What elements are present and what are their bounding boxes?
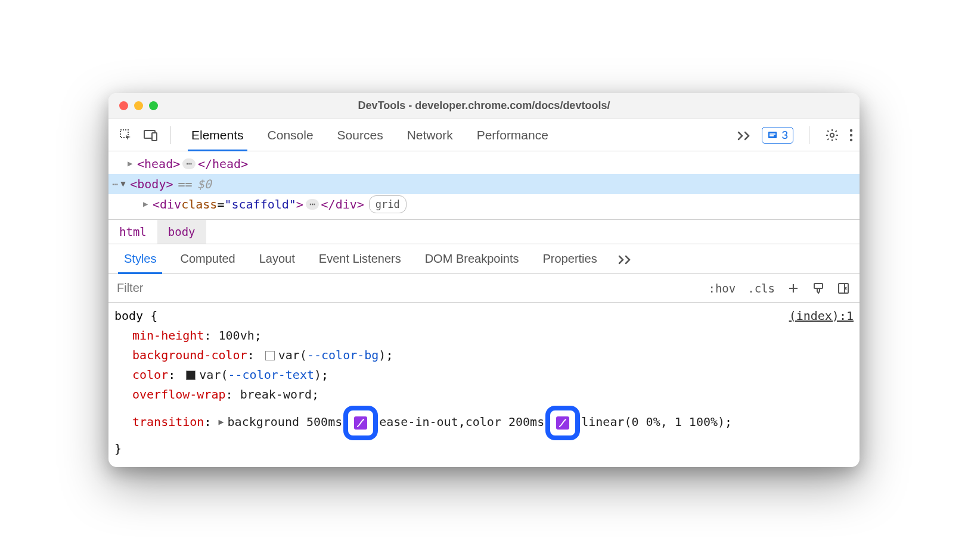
- tab-performance[interactable]: Performance: [465, 119, 560, 151]
- styles-subtabs: Styles Computed Layout Event Listeners D…: [108, 244, 860, 274]
- toolbar-right: 3: [737, 126, 854, 144]
- div-attr-val: "scaffold": [224, 194, 296, 214]
- color-swatch-icon[interactable]: [265, 351, 275, 360]
- easing-editor-icon[interactable]: [354, 416, 367, 430]
- toolbar-divider-right: [809, 126, 809, 144]
- svg-point-6: [830, 133, 834, 136]
- dom-node-body-selected[interactable]: ⋯ ▼ <body> == $0: [108, 174, 860, 194]
- styles-filter-row: :hov .cls: [108, 274, 860, 303]
- tab-elements[interactable]: Elements: [179, 119, 256, 151]
- crumb-body[interactable]: body: [157, 220, 206, 244]
- var-fn: var(: [278, 346, 307, 365]
- decl-transition[interactable]: transition: ▶ background 500ms ease-in-o…: [114, 405, 854, 439]
- body-eq: ==: [178, 174, 193, 194]
- var-color-bg[interactable]: --color-bg: [307, 346, 378, 365]
- transition-part2c: linear(0 0%, 1 100%): [581, 412, 725, 432]
- crumb-html[interactable]: html: [108, 220, 157, 244]
- prop-min-height: min-height: [132, 326, 204, 346]
- subtab-event-listeners[interactable]: Event Listeners: [307, 244, 413, 273]
- settings-icon[interactable]: [825, 128, 839, 142]
- rule-header: body { (index):1: [114, 306, 854, 326]
- maximize-window-button[interactable]: [149, 101, 158, 110]
- transition-part1a: background: [228, 412, 299, 432]
- computed-sidebar-icon[interactable]: [837, 282, 850, 295]
- device-toolbar-icon[interactable]: [142, 126, 160, 144]
- svg-rect-3: [768, 132, 777, 138]
- svg-point-9: [850, 138, 852, 141]
- div-open: <div: [153, 194, 181, 214]
- dom-tree[interactable]: ▶ <head> ⋯ </head> ⋯ ▼ <body> == $0 ▶ <d…: [108, 151, 860, 219]
- filter-tools: :hov .cls: [699, 282, 860, 295]
- inspect-element-icon[interactable]: [117, 126, 135, 144]
- div-open-close: >: [296, 194, 303, 214]
- body-dollar: $0: [197, 174, 212, 194]
- subtab-properties[interactable]: Properties: [531, 244, 609, 273]
- prop-overflow-wrap: overflow-wrap: [132, 385, 226, 405]
- decl-min-height[interactable]: min-height: 100vh;: [114, 326, 854, 346]
- issues-count: 3: [781, 129, 788, 142]
- ellipsis-icon[interactable]: ⋯: [182, 158, 196, 169]
- selection-dots-icon: ⋯: [112, 176, 118, 193]
- decl-background-color[interactable]: background-color: var(--color-bg);: [114, 346, 854, 365]
- prop-transition: transition: [132, 412, 204, 432]
- tab-console[interactable]: Console: [256, 119, 325, 151]
- var-fn: var(: [199, 365, 228, 385]
- paint-brush-icon[interactable]: [812, 282, 825, 295]
- expand-triangle-icon[interactable]: ▶: [219, 415, 224, 430]
- svg-point-8: [850, 133, 852, 136]
- styles-filter-input[interactable]: [108, 274, 699, 302]
- div-attr-name: class: [181, 194, 217, 214]
- svg-rect-4: [770, 133, 775, 135]
- val-overflow-wrap: break-word: [240, 385, 312, 405]
- svg-point-7: [850, 129, 852, 131]
- close-window-button[interactable]: [119, 101, 128, 110]
- issues-badge[interactable]: 3: [762, 127, 793, 144]
- transition-part1b: 500ms: [306, 412, 342, 432]
- subtab-dom-breakpoints[interactable]: DOM Breakpoints: [413, 244, 531, 273]
- svg-rect-2: [152, 133, 157, 141]
- body-open-tag: <body>: [130, 174, 173, 194]
- decl-overflow-wrap[interactable]: overflow-wrap: break-word;: [114, 385, 854, 405]
- prop-color: color: [132, 365, 168, 385]
- more-subtabs-icon[interactable]: [609, 244, 641, 273]
- head-open-tag: <head>: [137, 154, 180, 174]
- tab-network[interactable]: Network: [395, 119, 465, 151]
- new-style-rule-icon[interactable]: [787, 282, 800, 295]
- expand-triangle-icon[interactable]: ▶: [128, 157, 137, 171]
- grid-badge[interactable]: grid: [369, 195, 407, 214]
- val-min-height: 100vh: [219, 326, 255, 346]
- decl-color[interactable]: color: var(--color-text);: [114, 365, 854, 385]
- color-swatch-icon[interactable]: [186, 371, 196, 380]
- breadcrumb: html body: [108, 219, 860, 244]
- cls-toggle[interactable]: .cls: [747, 282, 775, 295]
- dom-node-div[interactable]: ▶ <div class="scaffold"> ⋯ </div> grid: [111, 194, 860, 214]
- highlight-easing-2: [545, 406, 580, 440]
- styles-pane[interactable]: body { (index):1 min-height: 100vh; back…: [108, 303, 860, 467]
- expand-triangle-icon[interactable]: ▶: [143, 197, 153, 211]
- subtab-styles[interactable]: Styles: [112, 244, 168, 273]
- svg-rect-11: [839, 284, 848, 293]
- rule-source-link[interactable]: (index):1: [789, 306, 854, 326]
- easing-editor-icon[interactable]: [556, 416, 569, 430]
- dom-node-head[interactable]: ▶ <head> ⋯ </head>: [111, 154, 860, 174]
- main-tabs: Elements Console Sources Network Perform…: [179, 119, 560, 151]
- var-color-text[interactable]: --color-text: [228, 365, 314, 385]
- kebab-menu-icon[interactable]: [849, 128, 854, 142]
- rule-selector[interactable]: body {: [114, 306, 157, 326]
- subtab-layout[interactable]: Layout: [247, 244, 307, 273]
- transition-part1c: ease-in-out: [379, 412, 458, 432]
- div-attr-eq: =: [217, 194, 224, 214]
- ellipsis-icon[interactable]: ⋯: [306, 199, 319, 210]
- more-tabs-icon[interactable]: [737, 130, 752, 141]
- transition-comma: ,: [458, 412, 466, 432]
- transition-part2a: color: [466, 412, 501, 432]
- minimize-window-button[interactable]: [134, 101, 143, 110]
- collapse-triangle-icon[interactable]: ▼: [120, 177, 130, 191]
- window-title: DevTools - developer.chrome.com/docs/dev…: [108, 99, 860, 112]
- devtools-window: DevTools - developer.chrome.com/docs/dev…: [108, 93, 860, 467]
- toolbar-divider: [170, 126, 171, 144]
- subtab-computed[interactable]: Computed: [168, 244, 247, 273]
- tab-sources[interactable]: Sources: [325, 119, 395, 151]
- highlight-easing-1: [343, 406, 378, 440]
- hov-toggle[interactable]: :hov: [708, 282, 736, 295]
